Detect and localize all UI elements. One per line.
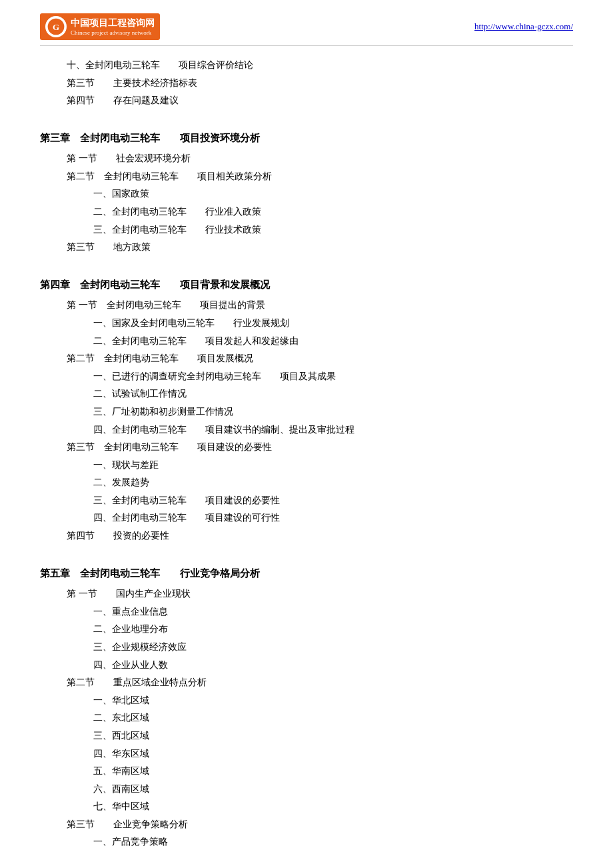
chapter-title: 第五章 全封闭电动三轮车 行业竞争格局分析	[40, 564, 573, 583]
list-item: 七、华中区域	[93, 798, 573, 816]
list-item: 四、企业从业人数	[93, 657, 573, 675]
list-item: 二、全封闭电动三轮车 项目发起人和发起缘由	[93, 333, 573, 351]
list-item: 第四节 存在问题及建议	[67, 92, 573, 110]
page-header: G 中国项目工程咨询网 Chinese project advisory net…	[40, 13, 573, 46]
list-item: 第三节 全封闭电动三轮车 项目建设的必要性	[67, 439, 573, 457]
list-item: 二、企业地理分布	[93, 621, 573, 639]
header-url[interactable]: http://www.china-gczx.com/	[474, 21, 573, 32]
document-content: 十、全封闭电动三轮车 项目综合评价结论 第三节 主要技术经济指标表 第四节 存在…	[40, 57, 573, 851]
list-item: 三、企业规模经济效应	[93, 639, 573, 657]
list-item: 一、华北区域	[93, 692, 573, 710]
list-item: 三、厂址初勘和初步测量工作情况	[93, 403, 573, 421]
list-item: 二、东北区域	[93, 709, 573, 727]
list-item: 一、重点企业信息	[93, 603, 573, 621]
list-item: 第 一节 国内生产企业现状	[67, 585, 573, 603]
list-item: 第三节 地方政策	[67, 239, 573, 257]
chapter-title: 第四章 全封闭电动三轮车 项目背景和发展概况	[40, 275, 573, 295]
list-item: 一、已进行的调查研究全封闭电动三轮车 项目及其成果	[93, 368, 573, 386]
list-item: 第 一节 社会宏观环境分析	[67, 150, 573, 168]
list-item: 四、全封闭电动三轮车 项目建议书的编制、提出及审批过程	[93, 421, 573, 439]
list-item: 三、西北区域	[93, 727, 573, 745]
list-item: 二、全封闭电动三轮车 行业准入政策	[93, 203, 573, 221]
list-item: 第三节 主要技术经济指标表	[67, 75, 573, 93]
list-item: 一、现状与差距	[93, 457, 573, 475]
list-item: 五、华南区域	[93, 763, 573, 781]
list-item: 二、试验试制工作情况	[93, 385, 573, 403]
logo-en-text: Chinese project advisory network	[71, 29, 155, 36]
list-item: 三、全封闭电动三轮车 项目建设的必要性	[93, 492, 573, 510]
list-item: 四、全封闭电动三轮车 项目建设的可行性	[93, 509, 573, 527]
list-item: 第三节 企业竞争策略分析	[67, 816, 573, 834]
list-item: 三、全封闭电动三轮车 行业技术政策	[93, 221, 573, 239]
list-item: 第二节 全封闭电动三轮车 项目发展概况	[67, 350, 573, 368]
list-item: 第四节 投资的必要性	[67, 527, 573, 545]
page: G 中国项目工程咨询网 Chinese project advisory net…	[0, 0, 613, 868]
list-item: 四、华东区域	[93, 745, 573, 763]
list-item: 第二节 重点区域企业特点分析	[67, 674, 573, 692]
chapter-title: 第三章 全封闭电动三轮车 项目投资环境分析	[40, 129, 573, 148]
list-item: 六、西南区域	[93, 781, 573, 799]
logo-area: G 中国项目工程咨询网 Chinese project advisory net…	[40, 13, 160, 40]
list-item: 十、全封闭电动三轮车 项目综合评价结论	[67, 57, 573, 75]
list-item: 第二节 全封闭电动三轮车 项目相关政策分析	[67, 168, 573, 186]
list-item: 第 一节 全封闭电动三轮车 项目提出的背景	[67, 297, 573, 315]
list-item: 二、发展趋势	[93, 474, 573, 492]
logo-cn-text: 中国项目工程咨询网	[71, 17, 155, 29]
svg-text:G: G	[53, 22, 59, 32]
list-item: 一、国家政策	[93, 185, 573, 203]
logo-icon: G	[47, 17, 65, 37]
list-item: 一、产品竞争策略	[93, 833, 573, 851]
list-item: 一、国家及全封闭电动三轮车 行业发展规划	[93, 315, 573, 333]
